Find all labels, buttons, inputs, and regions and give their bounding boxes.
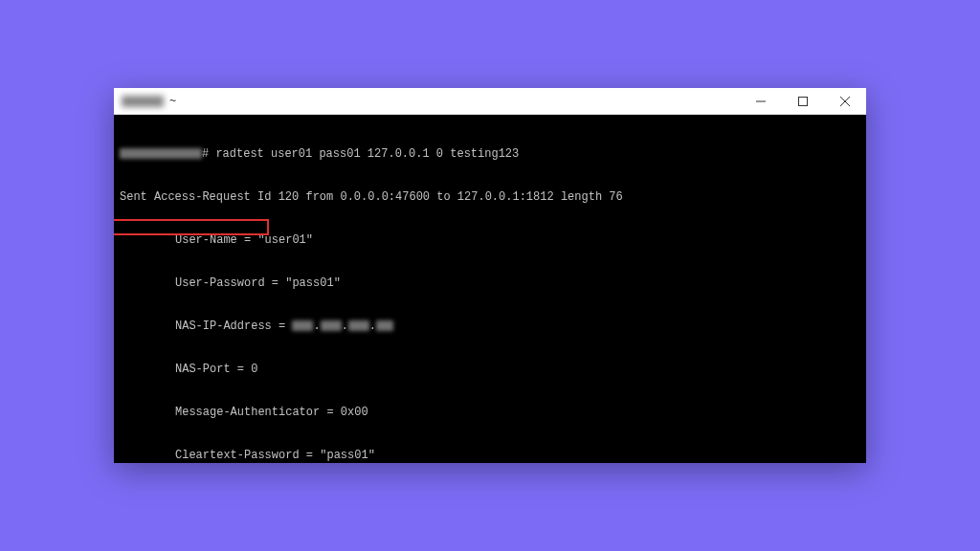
titlebar[interactable]: ~ bbox=[114, 88, 866, 115]
window-controls bbox=[740, 88, 866, 114]
ip-redacted bbox=[292, 320, 313, 331]
close-button[interactable] bbox=[824, 88, 866, 115]
terminal-line: NAS-IP-Address = ... bbox=[114, 320, 866, 334]
terminal-line: # radtest user01 pass01 127.0.0.1 0 test… bbox=[114, 147, 866, 162]
ip-redacted bbox=[376, 320, 393, 331]
ip-redacted bbox=[348, 320, 369, 331]
terminal-body[interactable]: # radtest user01 pass01 127.0.0.1 0 test… bbox=[114, 115, 866, 463]
nas-ip-label: NAS-IP-Address = bbox=[175, 320, 292, 333]
maximize-button[interactable] bbox=[782, 88, 824, 115]
terminal-window: ~ # radtest user01 pass01 127.0.0.1 0 te… bbox=[114, 88, 866, 463]
terminal-line: Cleartext-Password = "pass01" bbox=[114, 449, 866, 463]
minimize-button[interactable] bbox=[740, 88, 782, 115]
ip-redacted bbox=[321, 320, 342, 331]
title-suffix: ~ bbox=[169, 95, 176, 108]
title-redacted bbox=[122, 96, 164, 107]
terminal-line: User-Name = "user01" bbox=[114, 233, 866, 248]
prompt-redacted bbox=[120, 148, 202, 159]
terminal-line: User-Password = "pass01" bbox=[114, 276, 866, 291]
window-title: ~ bbox=[122, 95, 176, 108]
terminal-line: NAS-Port = 0 bbox=[114, 363, 866, 377]
terminal-line: Message-Authenticator = 0x00 bbox=[114, 406, 866, 420]
command-text: # radtest user01 pass01 127.0.0.1 0 test… bbox=[202, 147, 519, 161]
terminal-line: Sent Access-Request Id 120 from 0.0.0.0:… bbox=[114, 190, 866, 205]
svg-rect-1 bbox=[799, 98, 808, 106]
